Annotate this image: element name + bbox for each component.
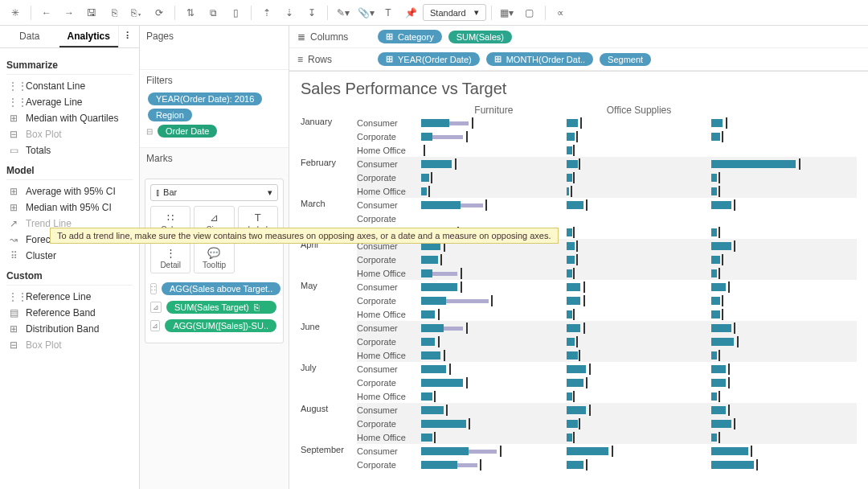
shelves-column: Pages Filters YEAR(Order Date): 2016Regi…	[140, 26, 289, 489]
analytics-item[interactable]: ⋮⋮Constant Line	[6, 78, 133, 94]
mark-pill[interactable]: AGG(SUM([Sales])-SU..	[165, 319, 276, 332]
analytics-item[interactable]: ▤Reference Band	[6, 305, 133, 321]
data-row: Consumer	[357, 198, 857, 212]
analytics-item[interactable]: ⋮⋮Average Line	[6, 94, 133, 110]
rows-shelf[interactable]: ⊞YEAR(Order Date)⊞MONTH(Order Dat..Segme…	[376, 51, 868, 68]
actual-bar	[567, 119, 578, 127]
reference-tick	[726, 117, 727, 129]
actual-bar	[711, 160, 796, 168]
data-row: Home Office	[357, 184, 857, 198]
reference-tick	[573, 309, 575, 320]
continuous-icon: ⊟	[146, 127, 153, 136]
tableau-logo-icon[interactable]: ✳	[5, 2, 26, 23]
month-label: January	[301, 116, 357, 157]
tab-data[interactable]: Data	[0, 26, 59, 47]
duplicate-icon[interactable]: ⧉	[203, 2, 223, 23]
reference-tick	[583, 281, 585, 293]
pin-icon[interactable]: 📌	[400, 2, 421, 23]
actual-bar	[421, 174, 429, 182]
shelf-pill[interactable]: Segment	[600, 53, 651, 66]
analytics-item[interactable]: ⊞Distribution Band	[6, 321, 133, 337]
section-summarize: Summarize	[6, 53, 133, 75]
actual-bar	[567, 228, 572, 236]
presentation-icon[interactable]: ▢	[519, 2, 540, 23]
analytics-item[interactable]: ⠿Cluster	[6, 248, 133, 264]
data-row: Corporate	[357, 253, 857, 266]
shelf-pill[interactable]: ⊞MONTH(Order Dat..	[486, 52, 593, 66]
actual-bar	[711, 283, 725, 291]
actual-bar	[711, 351, 717, 360]
analytics-item[interactable]: ▭Totals	[6, 142, 133, 158]
trend-line-tooltip: To add a trend line, make sure the view …	[50, 228, 559, 244]
actual-bar	[421, 379, 463, 387]
columns-shelf[interactable]: ⊞CategorySUM(Sales)	[376, 28, 868, 45]
shelf-pill[interactable]: ⊞Category	[378, 30, 442, 43]
viz-canvas[interactable]: Sales Performance vs Target FurnitureOff…	[289, 72, 868, 489]
group-icon[interactable]: 📎▾	[355, 2, 376, 23]
highlight-icon[interactable]: ✎▾	[333, 2, 354, 23]
reference-tick	[573, 268, 575, 279]
mark-detail[interactable]: ⋮Detail	[150, 241, 190, 273]
mark-encoding-icon[interactable]: ⊿	[150, 302, 162, 313]
reference-tick	[573, 432, 575, 443]
analytics-item-label: Reference Line	[26, 291, 91, 302]
sort-desc-icon[interactable]: ⇣	[279, 2, 300, 23]
tab-analytics[interactable]: Analytics	[59, 26, 119, 47]
mark-encoding-icon[interactable]: ∷	[150, 283, 157, 294]
filters-shelf[interactable]: Filters YEAR(Order Date): 2016Region⊟Ord…	[140, 70, 289, 148]
analytics-item[interactable]: ⋮⋮Reference Line	[6, 289, 133, 305]
mark-pill[interactable]: AGG(Sales above Target..	[162, 282, 280, 295]
actual-bar	[567, 256, 575, 264]
undo-icon[interactable]: ←	[36, 2, 57, 23]
filter-pill[interactable]: Region	[148, 109, 192, 121]
save-icon[interactable]: 🖫	[81, 2, 102, 23]
actual-bar	[567, 447, 608, 455]
chevron-down-icon: ▾	[268, 187, 272, 198]
share-icon[interactable]: ∝	[551, 2, 571, 23]
mark-type-selector[interactable]: ⫿ Bar▾	[150, 184, 278, 201]
new-data-icon[interactable]: ⎘	[104, 2, 125, 23]
new-sheet-icon[interactable]: ⎘▾	[126, 2, 147, 23]
sort-asc-icon[interactable]: ⇡	[256, 2, 277, 23]
mark-tooltip[interactable]: 💬Tooltip	[194, 241, 234, 273]
analytics-item[interactable]: ⊞Average with 95% CI	[6, 183, 133, 199]
filter-pill[interactable]: Order Date	[158, 125, 217, 138]
clear-icon[interactable]: ▯	[225, 2, 246, 23]
actual-bar	[711, 420, 731, 428]
analytics-item-label: Reference Band	[26, 307, 96, 318]
sort-icon[interactable]: ↧	[301, 2, 322, 23]
actual-bar	[421, 310, 435, 318]
actual-bar	[567, 201, 583, 209]
shelf-pill[interactable]: SUM(Sales)	[448, 31, 512, 43]
data-row: Consumer	[357, 362, 857, 376]
pages-shelf[interactable]: Pages	[140, 26, 289, 70]
analytics-item-icon: ⋮⋮	[8, 97, 19, 108]
data-row: Corporate	[357, 294, 857, 307]
sidebar-menu-icon[interactable]: ⠇	[118, 26, 139, 47]
refresh-icon[interactable]: ⟳	[149, 2, 170, 23]
segment-label: Consumer	[357, 200, 421, 210]
reference-tick	[576, 131, 578, 142]
mark-pill[interactable]: SUM(Sales Target) ⎘	[166, 301, 276, 314]
filter-pill[interactable]: YEAR(Order Date): 2016	[148, 92, 262, 105]
fit-selector[interactable]: Standard▾	[423, 4, 486, 21]
columns-rows-shelves: ≣Columns ⊞CategorySUM(Sales) ≡Rows ⊞YEAR…	[289, 26, 868, 72]
mark-encoding-icon[interactable]: ⊿	[150, 320, 160, 331]
swap-icon[interactable]: ⇅	[180, 2, 201, 23]
show-me-icon[interactable]: ▦▾	[497, 2, 518, 23]
actual-bar	[567, 365, 586, 373]
actual-bar	[711, 365, 725, 373]
redo-icon[interactable]: →	[59, 2, 80, 23]
actual-bar	[567, 420, 578, 428]
data-row: Corporate	[357, 212, 857, 225]
analytics-item[interactable]: ⊞Median with 95% CI	[6, 199, 133, 216]
reference-tick	[583, 323, 585, 334]
analytics-item[interactable]: ⊞Median with Quartiles	[6, 110, 133, 126]
segment-label: Consumer	[357, 446, 421, 456]
shelf-pill[interactable]: ⊞YEAR(Order Date)	[378, 52, 480, 66]
reference-tick	[728, 377, 730, 388]
label-icon[interactable]: T	[378, 2, 399, 23]
analytics-item-icon: ⋮⋮	[8, 291, 19, 302]
reference-tick	[424, 145, 425, 156]
analytics-item-label: Average Line	[26, 97, 83, 108]
